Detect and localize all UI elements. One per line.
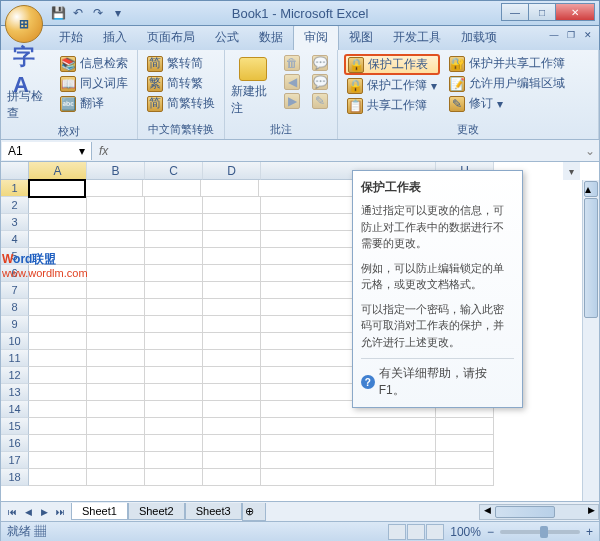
cell[interactable] (436, 452, 494, 469)
normal-view-icon[interactable] (388, 524, 406, 540)
tab-insert[interactable]: 插入 (93, 25, 137, 50)
cell[interactable] (203, 214, 261, 231)
col-header[interactable]: B (87, 162, 145, 180)
last-sheet-icon[interactable]: ⏭ (53, 505, 67, 519)
row-header[interactable]: 9 (1, 316, 29, 333)
cell[interactable] (87, 401, 145, 418)
row-header[interactable]: 4 (1, 231, 29, 248)
mdi-restore-icon[interactable]: ❐ (563, 28, 579, 42)
cell[interactable] (145, 401, 203, 418)
cell[interactable] (203, 197, 261, 214)
cell[interactable] (29, 452, 87, 469)
tab-developer[interactable]: 开发工具 (383, 25, 451, 50)
doc-indicator-icon[interactable]: ▾ (563, 162, 580, 180)
qat-dropdown-icon[interactable]: ▾ (109, 4, 127, 22)
tab-formulas[interactable]: 公式 (205, 25, 249, 50)
share-workbook-button[interactable]: 📋共享工作簿 (344, 96, 440, 115)
cell[interactable] (203, 418, 261, 435)
protect-sheet-button[interactable]: 🔒保护工作表 (344, 54, 440, 75)
tab-data[interactable]: 数据 (249, 25, 293, 50)
protect-share-button[interactable]: 🔐保护并共享工作簿 (446, 54, 568, 73)
cell[interactable] (203, 401, 261, 418)
select-all-corner[interactable] (1, 162, 29, 180)
to-simplified-button[interactable]: 繁简转繁 (144, 74, 218, 93)
cell[interactable] (203, 282, 261, 299)
close-button[interactable]: ✕ (555, 3, 595, 21)
cell[interactable] (261, 418, 436, 435)
new-sheet-button[interactable]: ⊕ (242, 503, 266, 521)
cell[interactable] (87, 197, 145, 214)
cell[interactable] (203, 469, 261, 486)
cell[interactable] (29, 197, 87, 214)
cell[interactable] (145, 367, 203, 384)
cell[interactable] (203, 265, 261, 282)
cell[interactable] (87, 265, 145, 282)
sheet-tab[interactable]: Sheet3 (185, 503, 242, 520)
cell[interactable] (143, 180, 201, 197)
cell[interactable] (29, 435, 87, 452)
mdi-close-icon[interactable]: ✕ (580, 28, 596, 42)
new-comment-button[interactable]: 新建批注 (231, 54, 275, 120)
cell[interactable] (87, 469, 145, 486)
cell[interactable] (203, 435, 261, 452)
row-header[interactable]: 12 (1, 367, 29, 384)
cell[interactable] (145, 197, 203, 214)
zoom-level[interactable]: 100% (450, 525, 481, 539)
scroll-up-icon[interactable]: ▴ (584, 181, 598, 197)
to-traditional-button[interactable]: 简繁转简 (144, 54, 218, 73)
cell[interactable] (87, 384, 145, 401)
cell[interactable] (145, 282, 203, 299)
col-header[interactable]: C (145, 162, 203, 180)
row-header[interactable]: 10 (1, 333, 29, 350)
cell[interactable] (85, 180, 143, 197)
cell[interactable] (203, 333, 261, 350)
track-changes-button[interactable]: ✎修订▾ (446, 94, 568, 113)
cell[interactable] (436, 435, 494, 452)
row-header[interactable]: 11 (1, 350, 29, 367)
tab-view[interactable]: 视图 (339, 25, 383, 50)
tab-layout[interactable]: 页面布局 (137, 25, 205, 50)
zoom-thumb[interactable] (540, 526, 548, 538)
cell[interactable] (203, 367, 261, 384)
cell[interactable] (145, 299, 203, 316)
row-header[interactable]: 1 (1, 180, 29, 197)
minimize-button[interactable]: — (501, 3, 529, 21)
cell[interactable] (87, 248, 145, 265)
mdi-minimize-icon[interactable]: — (546, 28, 562, 42)
zoom-in-icon[interactable]: + (586, 525, 593, 539)
row-header[interactable]: 3 (1, 214, 29, 231)
horizontal-scrollbar[interactable]: ◀ ▶ (479, 504, 599, 520)
cell[interactable] (201, 180, 259, 197)
row-header[interactable]: 13 (1, 384, 29, 401)
cell[interactable] (203, 248, 261, 265)
cell[interactable] (145, 316, 203, 333)
cell[interactable] (87, 367, 145, 384)
row-header[interactable]: 8 (1, 299, 29, 316)
cell[interactable] (261, 469, 436, 486)
cell[interactable] (28, 179, 86, 198)
cell[interactable] (29, 350, 87, 367)
cell[interactable] (29, 333, 87, 350)
col-header[interactable]: A (29, 162, 87, 180)
next-sheet-icon[interactable]: ▶ (37, 505, 51, 519)
namebox-dropdown-icon[interactable]: ▾ (79, 144, 85, 158)
cell[interactable] (29, 469, 87, 486)
cell[interactable] (87, 299, 145, 316)
row-header[interactable]: 16 (1, 435, 29, 452)
cell[interactable] (87, 316, 145, 333)
row-header[interactable]: 15 (1, 418, 29, 435)
redo-icon[interactable]: ↷ (89, 4, 107, 22)
cell[interactable] (29, 231, 87, 248)
row-header[interactable]: 2 (1, 197, 29, 214)
cell[interactable] (29, 367, 87, 384)
page-layout-icon[interactable] (407, 524, 425, 540)
name-box[interactable]: A1▾ (2, 142, 92, 160)
cell[interactable] (145, 350, 203, 367)
undo-icon[interactable]: ↶ (69, 4, 87, 22)
col-header[interactable]: D (203, 162, 261, 180)
translate-button[interactable]: 🔤翻译 (57, 94, 131, 113)
cell[interactable] (87, 435, 145, 452)
cell[interactable] (145, 214, 203, 231)
protect-workbook-button[interactable]: 🔒保护工作簿▾ (344, 76, 440, 95)
expand-formula-icon[interactable]: ⌄ (581, 144, 599, 158)
